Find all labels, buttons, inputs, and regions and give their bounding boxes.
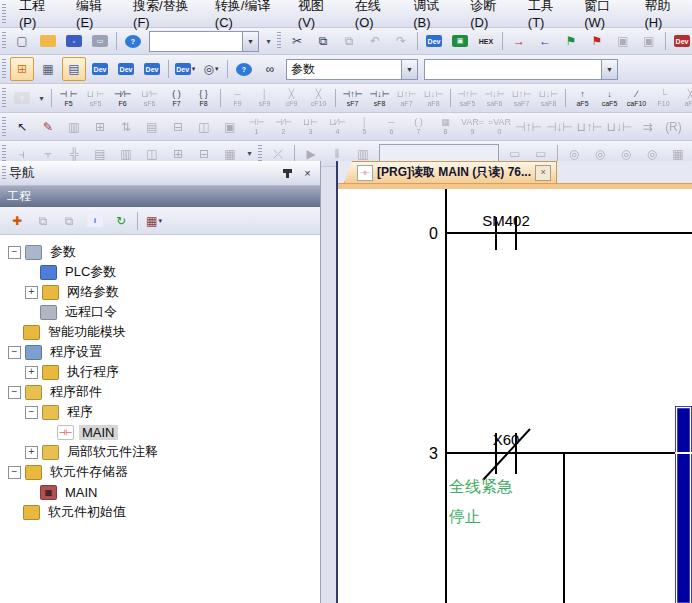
pulse-ne-down-icon: ⊣↓⊢saF6 xyxy=(481,85,508,112)
print-icon[interactable]: ▭ xyxy=(88,29,112,53)
open-project-icon[interactable] xyxy=(36,29,60,53)
sfc-jump-icon: ▤ xyxy=(140,115,164,139)
tree-expander-icon[interactable]: − xyxy=(8,246,21,259)
tree-item-pou[interactable]: −程序部件 xyxy=(0,382,320,402)
coil-icon[interactable]: ( )F7 xyxy=(163,85,190,112)
rising-pulse-icon[interactable]: ↑aF5 xyxy=(569,85,596,112)
tree-expander-icon[interactable]: + xyxy=(25,446,38,459)
num-var-0-icon: =VAR0 xyxy=(486,113,513,140)
device-memory-data-icon: ▦ xyxy=(40,485,57,500)
tab-main-program[interactable]: ⊣⊢ [PRG]读取 MAIN (只读) 76... × xyxy=(344,161,557,183)
tree-item-label: 程序部件 xyxy=(47,383,105,401)
chevron-down-icon[interactable]: ▼ xyxy=(601,60,617,79)
application-instruction-icon[interactable]: { }F8 xyxy=(190,85,217,112)
close-contact-icon[interactable]: ⊣∕⊢F6 xyxy=(109,85,136,112)
pin-icon[interactable] xyxy=(280,166,295,181)
project-combobox[interactable]: ▼ xyxy=(149,31,259,52)
tree-expander-icon[interactable]: + xyxy=(25,286,38,299)
device-display-icon[interactable]: Dev▾ xyxy=(173,57,197,81)
tree-item-plc-param[interactable]: PLC参数 xyxy=(0,262,320,282)
tree-item-intelligent-module[interactable]: 智能功能模块 xyxy=(0,322,320,342)
device-comment-icon[interactable]: Dev xyxy=(88,57,112,81)
chevron-down-icon[interactable]: ▼ xyxy=(401,60,417,79)
tree-item-exec-program[interactable]: +执行程序 xyxy=(0,362,320,382)
monitor-start-icon[interactable]: ⚑ xyxy=(559,29,583,53)
invert-result-icon[interactable]: ∕caF10 xyxy=(623,85,650,112)
ladder-program-icon: ⊣⊢ xyxy=(57,425,74,440)
ladder-canvas[interactable]: 0 SM402 3 X60 全线紧急 停止 xyxy=(338,189,692,603)
tree-item-main[interactable]: ⊣⊢MAIN xyxy=(0,422,320,442)
panel-grip xyxy=(2,166,6,180)
device-find-icon[interactable]: Dev xyxy=(422,29,446,53)
pulse-d-icon: ⊔↓⊢ xyxy=(606,115,634,139)
horizontal-line-icon: ─F9 xyxy=(224,85,251,112)
tree-item-param[interactable]: −参数 xyxy=(0,242,320,262)
tree-expander-icon[interactable]: − xyxy=(8,346,21,359)
new-file-icon[interactable]: ▢ xyxy=(10,29,34,53)
redo-icon: ↷ xyxy=(389,29,413,53)
close-icon[interactable]: × xyxy=(300,166,315,181)
sfc-end-icon: ⊟ xyxy=(166,115,190,139)
sort-filter-icon[interactable]: ▦▾ xyxy=(142,209,166,233)
tree-item-label: MAIN xyxy=(62,485,101,500)
help2-icon[interactable]: ? xyxy=(232,57,256,81)
remote-password-icon xyxy=(40,305,57,320)
help-icon[interactable]: ? xyxy=(121,29,145,53)
tree-item-label: 程序 xyxy=(64,403,96,421)
num-coil-7-icon: ( )7 xyxy=(405,113,432,140)
pulse-up-branch-icon: ⊔↑⊢aF7 xyxy=(393,85,420,112)
refresh-icon[interactable]: ↻ xyxy=(109,209,133,233)
ladder-diagram: 0 SM402 3 X60 全线紧急 停止 xyxy=(338,189,692,603)
tree-expander-icon[interactable]: − xyxy=(25,406,38,419)
interlock-edit-icon[interactable]: ✎ xyxy=(36,115,60,139)
tab-close-icon[interactable]: × xyxy=(535,165,551,181)
write-to-plc-icon[interactable]: → xyxy=(507,29,531,53)
tree-item-program[interactable]: −程序 xyxy=(0,402,320,422)
data-info-icon[interactable]: i xyxy=(83,209,107,233)
pulse-up-contact-icon[interactable]: ⊣↑⊢sF7 xyxy=(339,85,366,112)
pulse-ne-branch-down-icon: ⊔↓⊢saF8 xyxy=(535,85,562,112)
document-tab-bar: ⊣⊢ [PRG]读取 MAIN (只读) 76... × xyxy=(338,161,692,183)
device-tree-icon[interactable]: Dev xyxy=(140,57,164,81)
toolbar-overflow[interactable]: ▾ xyxy=(262,31,275,51)
new-data-icon[interactable]: ✚ xyxy=(5,209,29,233)
tree-item-local-comment[interactable]: +局部软元件注释 xyxy=(0,442,320,462)
copy-icon[interactable]: ⧉ xyxy=(311,29,335,53)
tree-expander-icon[interactable]: − xyxy=(8,386,21,399)
hex-find-icon[interactable]: HEX xyxy=(474,29,498,53)
device-memory-icon xyxy=(25,465,42,480)
monitor-stop-icon[interactable]: ⚑ xyxy=(585,29,609,53)
tree-item-network-param[interactable]: +网络参数 xyxy=(0,282,320,302)
save-icon[interactable]: ▫ xyxy=(62,29,86,53)
paste-data-icon: ⧉ xyxy=(57,209,81,233)
module-config-icon[interactable]: ▦ xyxy=(36,57,60,81)
find-binoculars-icon[interactable]: ∞ xyxy=(258,57,282,81)
device-test-off-icon[interactable]: Dev xyxy=(670,29,692,53)
device-table-icon[interactable]: Dev xyxy=(114,57,138,81)
read-from-plc-icon[interactable]: ← xyxy=(533,29,557,53)
tree-item-device-initial[interactable]: 软元件初始值 xyxy=(0,502,320,522)
falling-pulse-icon[interactable]: ↓caF5 xyxy=(596,85,623,112)
tree-expander-spacer xyxy=(8,507,19,518)
tree-item-remote-password[interactable]: 远程口令 xyxy=(0,302,320,322)
tree-expander-icon[interactable]: + xyxy=(25,366,38,379)
toolbar-separator xyxy=(227,60,228,78)
work-window-icon[interactable]: ▤ xyxy=(62,57,86,81)
chevron-down-icon[interactable]: ▼ xyxy=(242,32,258,51)
screen-find-icon[interactable]: ▣ xyxy=(448,29,472,53)
tree-item-device-memory[interactable]: −软元件存储器 xyxy=(0,462,320,482)
toolbar-overflow[interactable]: ▾ xyxy=(35,88,48,108)
find-history-combobox[interactable]: ▼ xyxy=(424,59,618,80)
tree-item-program-setting[interactable]: −程序设置 xyxy=(0,342,320,362)
tree-item-device-memory-main[interactable]: ▦MAIN xyxy=(0,482,320,502)
tree-expander-icon[interactable]: − xyxy=(8,466,21,479)
select-cursor-icon[interactable]: ↖ xyxy=(10,115,34,139)
navigation-window-icon[interactable]: ⊞ xyxy=(10,57,34,81)
device-search-icon[interactable]: ◎▾ xyxy=(199,57,223,81)
toolbar-grip xyxy=(258,145,262,163)
cut-icon[interactable]: ✂ xyxy=(285,29,309,53)
tree-item-label: MAIN xyxy=(79,425,118,440)
open-contact-icon[interactable]: ⊣ ⊢F5 xyxy=(55,85,82,112)
pulse-down-contact-icon[interactable]: ⊣↓⊢sF8 xyxy=(366,85,393,112)
find-target-combobox[interactable]: 参数▼ xyxy=(286,59,418,80)
